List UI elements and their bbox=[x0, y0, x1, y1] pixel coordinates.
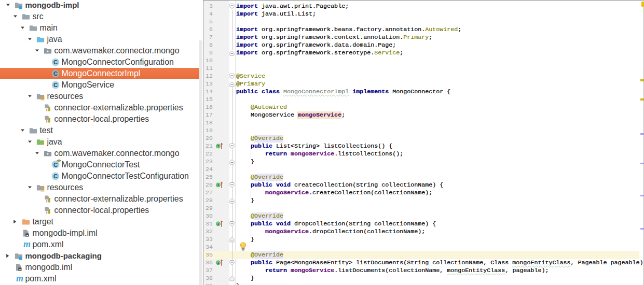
svg-text:m: m bbox=[16, 274, 23, 283]
svg-text:C: C bbox=[53, 82, 58, 88]
svg-text:C: C bbox=[53, 70, 58, 77]
svg-text:m: m bbox=[23, 240, 31, 249]
svg-text:C: C bbox=[53, 173, 58, 179]
svg-text:C: C bbox=[53, 162, 58, 168]
svg-text:C: C bbox=[53, 59, 58, 65]
